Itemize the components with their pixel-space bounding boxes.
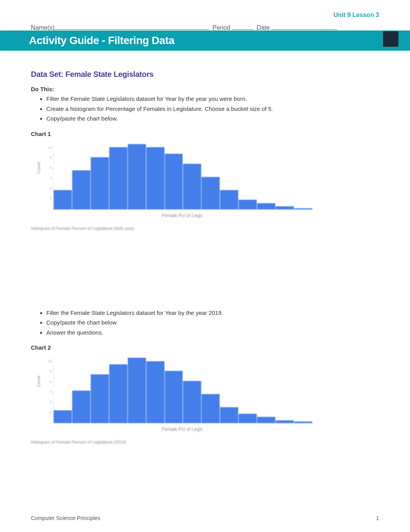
chart-2-caption: Histogram of Female Percent of Legislatu…	[31, 440, 379, 444]
names-blank[interactable]	[54, 29, 209, 30]
bar	[294, 422, 312, 423]
bar	[276, 420, 294, 424]
content-area: Data Set: Female State Legislators Do Th…	[0, 51, 410, 471]
period-label: Period	[212, 24, 230, 31]
chart-1-xlabel: Female Pct of Legis	[35, 210, 313, 218]
bar	[257, 203, 275, 210]
step-item: Filter the Female State Legislators data…	[46, 94, 379, 104]
chart-2-ylabel: Count	[36, 376, 41, 387]
bar	[146, 147, 164, 210]
bar	[165, 154, 183, 210]
corner-dark-block	[383, 31, 398, 47]
bar	[146, 361, 164, 424]
chart-1: Count 1086420 Female Pct of Legis	[35, 144, 313, 218]
chart-2: Count 1086420 Female Pct of Legis	[35, 358, 313, 432]
bar	[220, 190, 238, 210]
chart-1-bars	[53, 144, 313, 210]
chart-1-label: Chart 1	[31, 131, 379, 137]
bar	[202, 394, 220, 424]
period-blank[interactable]	[232, 29, 253, 30]
bar	[128, 358, 146, 423]
bar	[183, 381, 201, 424]
chart-2-bars	[53, 358, 313, 423]
bar	[91, 157, 109, 210]
step-item: Filter the Female State Legislators data…	[46, 308, 379, 318]
chart-1-caption: Histogram of Female Percent of Legislatu…	[31, 226, 379, 231]
bar	[128, 144, 146, 210]
bar	[183, 164, 201, 210]
step-item: Answer the questions.	[46, 328, 379, 338]
date-label: Date	[257, 24, 270, 31]
section-heading: Data Set: Female State Legislators	[31, 70, 379, 79]
chart-2-yticks: 1086420	[42, 358, 53, 423]
title-band: Activity Guide - Filtering Data	[0, 31, 410, 51]
page-title: Activity Guide - Filtering Data	[29, 34, 381, 47]
chart-1-ylabel: Count	[36, 162, 41, 173]
bar	[239, 414, 257, 424]
bar	[54, 190, 72, 210]
bar	[109, 147, 127, 210]
unit-lesson-label: Unit 9 Lesson 3	[0, 12, 410, 24]
do-this-label: Do This:	[31, 86, 379, 92]
footer-left: Computer Science Principles	[31, 515, 100, 521]
bar	[72, 391, 90, 423]
bar	[294, 208, 312, 209]
steps-list-2: Filter the Female State Legislators data…	[31, 308, 379, 338]
bar	[165, 371, 183, 423]
bar	[239, 200, 257, 210]
chart-2-xlabel: Female Pct of Legis	[35, 423, 313, 432]
chart-2-label: Chart 2	[31, 344, 379, 351]
bar	[202, 177, 220, 210]
bar	[220, 407, 238, 424]
date-blank[interactable]	[271, 29, 337, 30]
bar	[54, 410, 72, 423]
bar	[72, 170, 90, 210]
bar	[109, 364, 127, 423]
footer-page-number: 1	[376, 515, 379, 521]
step-item: Copy/paste the chart below.	[46, 318, 379, 328]
bar	[91, 374, 109, 424]
step-item: Copy/paste the chart below.	[46, 114, 379, 124]
bar	[276, 206, 294, 210]
step-item: Create a histogram for Percentage of Fem…	[46, 104, 379, 114]
steps-list-1: Filter the Female State Legislators data…	[31, 94, 379, 124]
page-footer: Computer Science Principles 1	[0, 515, 410, 521]
bar	[257, 417, 275, 423]
chart-1-yticks: 1086420	[42, 144, 53, 210]
page: Unit 9 Lesson 3 Name(s) Period Date Acti…	[0, 0, 410, 532]
names-label: Name(s)	[31, 24, 54, 31]
